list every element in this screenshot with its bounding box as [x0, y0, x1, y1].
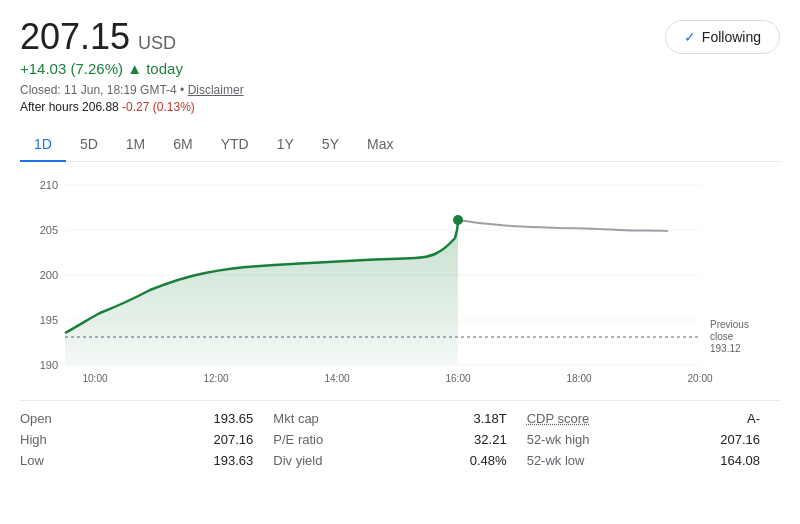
- disclaimer-link[interactable]: Disclaimer: [188, 83, 244, 97]
- open-label: Open: [20, 411, 52, 426]
- stat-high: High 207.16: [20, 432, 273, 447]
- stat-52wk-low: 52-wk low 164.08: [527, 453, 780, 468]
- cdp-score-value: A-: [747, 411, 760, 426]
- stat-div-yield: Div yield 0.48%: [273, 453, 526, 468]
- 52wk-high-value: 207.16: [720, 432, 760, 447]
- tab-1m[interactable]: 1M: [112, 128, 159, 162]
- svg-text:12:00: 12:00: [203, 373, 228, 384]
- svg-text:14:00: 14:00: [324, 373, 349, 384]
- stat-mkt-cap: Mkt cap 3.18T: [273, 411, 526, 426]
- svg-text:200: 200: [40, 269, 58, 281]
- stat-low: Low 193.63: [20, 453, 273, 468]
- price-change: +14.03 (7.26%) ▲ today: [20, 60, 244, 77]
- 52wk-low-value: 164.08: [720, 453, 760, 468]
- stat-open: Open 193.65: [20, 411, 273, 426]
- tab-max[interactable]: Max: [353, 128, 407, 162]
- low-value: 193.63: [214, 453, 254, 468]
- svg-text:210: 210: [40, 179, 58, 191]
- stock-chart: 210 205 200 195 190 Previous close 193.1…: [20, 170, 780, 390]
- svg-text:close: close: [710, 331, 734, 342]
- svg-text:205: 205: [40, 224, 58, 236]
- svg-text:16:00: 16:00: [445, 373, 470, 384]
- svg-text:193.12: 193.12: [710, 343, 741, 354]
- low-label: Low: [20, 453, 44, 468]
- tab-5d[interactable]: 5D: [66, 128, 112, 162]
- stat-cdp-score: CDP score A-: [527, 411, 780, 426]
- market-status: Closed: 11 Jun, 18:19 GMT-4 • Disclaimer: [20, 81, 244, 100]
- high-value: 207.16: [214, 432, 254, 447]
- svg-text:195: 195: [40, 314, 58, 326]
- cdp-score-label[interactable]: CDP score: [527, 411, 590, 426]
- tab-1y[interactable]: 1Y: [263, 128, 308, 162]
- div-yield-label: Div yield: [273, 453, 322, 468]
- svg-text:10:00: 10:00: [82, 373, 107, 384]
- check-icon: ✓: [684, 29, 696, 45]
- pe-ratio-label: P/E ratio: [273, 432, 323, 447]
- high-label: High: [20, 432, 47, 447]
- after-hours-info: After hours 206.88 -0.27 (0.13%): [20, 100, 244, 114]
- tab-1d[interactable]: 1D: [20, 128, 66, 162]
- following-label: Following: [702, 29, 761, 45]
- pe-ratio-value: 32.21: [474, 432, 507, 447]
- mkt-cap-value: 3.18T: [473, 411, 506, 426]
- 52wk-high-label: 52-wk high: [527, 432, 590, 447]
- open-value: 193.65: [214, 411, 254, 426]
- time-range-tabs: 1D 5D 1M 6M YTD 1Y 5Y Max: [20, 128, 780, 162]
- svg-text:190: 190: [40, 359, 58, 371]
- svg-point-20: [453, 215, 463, 225]
- svg-text:Previous: Previous: [710, 319, 749, 330]
- tab-5y[interactable]: 5Y: [308, 128, 353, 162]
- tab-6m[interactable]: 6M: [159, 128, 206, 162]
- svg-text:20:00: 20:00: [687, 373, 712, 384]
- svg-text:18:00: 18:00: [566, 373, 591, 384]
- mkt-cap-label: Mkt cap: [273, 411, 319, 426]
- stats-col-2: Mkt cap 3.18T P/E ratio 32.21 Div yield …: [273, 411, 526, 468]
- div-yield-value: 0.48%: [470, 453, 507, 468]
- stat-pe-ratio: P/E ratio 32.21: [273, 432, 526, 447]
- tab-ytd[interactable]: YTD: [207, 128, 263, 162]
- 52wk-low-label: 52-wk low: [527, 453, 585, 468]
- stats-col-1: Open 193.65 High 207.16 Low 193.63: [20, 411, 273, 468]
- change-arrow: ▲: [127, 60, 142, 77]
- stats-section: Open 193.65 High 207.16 Low 193.63 Mkt c…: [20, 400, 780, 468]
- price-currency: USD: [138, 33, 176, 54]
- stats-col-3: CDP score A- 52-wk high 207.16 52-wk low…: [527, 411, 780, 468]
- stock-price: 207.15: [20, 16, 130, 58]
- stat-52wk-high: 52-wk high 207.16: [527, 432, 780, 447]
- following-button[interactable]: ✓ Following: [665, 20, 780, 54]
